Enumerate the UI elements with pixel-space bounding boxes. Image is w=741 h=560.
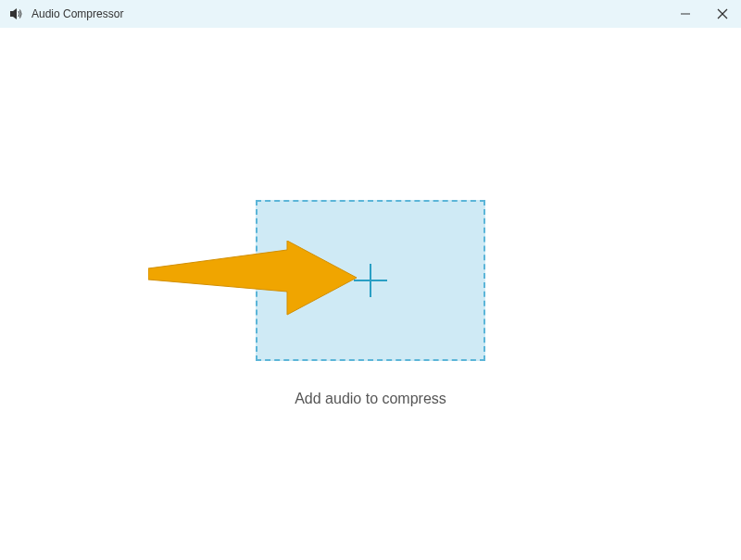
window-controls	[667, 0, 741, 28]
titlebar: Audio Compressor	[0, 0, 741, 28]
plus-icon	[348, 258, 393, 303]
dropzone-caption: Add audio to compress	[0, 391, 741, 407]
close-button[interactable]	[704, 0, 741, 28]
add-audio-dropzone[interactable]	[256, 200, 485, 361]
svg-rect-0	[10, 11, 13, 17]
speaker-icon	[9, 6, 24, 21]
svg-marker-1	[13, 8, 17, 19]
window-title: Audio Compressor	[31, 7, 123, 20]
minimize-button[interactable]	[667, 0, 704, 28]
main-area: Add audio to compress	[0, 28, 741, 560]
